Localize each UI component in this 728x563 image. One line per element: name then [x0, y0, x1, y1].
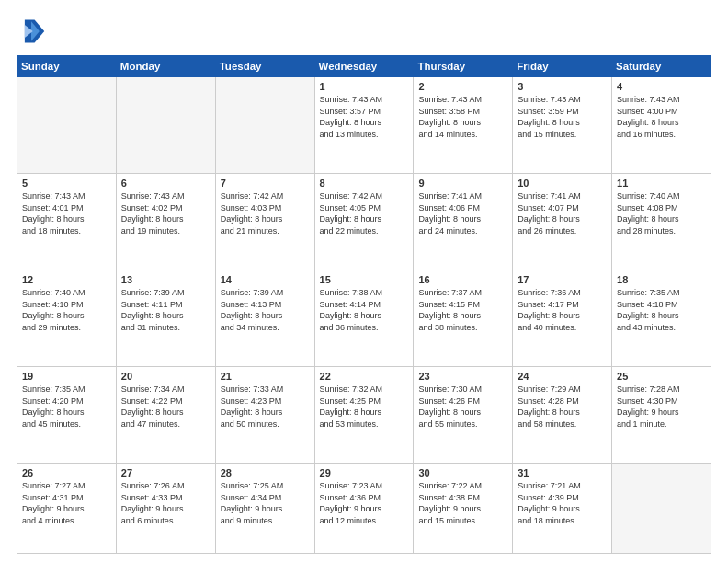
day-cell: 31Sunrise: 7:21 AM Sunset: 4:39 PM Dayli…	[513, 464, 612, 554]
day-info: Sunrise: 7:43 AM Sunset: 3:59 PM Dayligh…	[518, 94, 607, 140]
day-number: 7	[221, 178, 310, 189]
week-row-1: 1Sunrise: 7:43 AM Sunset: 3:57 PM Daylig…	[17, 77, 711, 174]
day-cell: 27Sunrise: 7:26 AM Sunset: 4:33 PM Dayli…	[116, 464, 215, 554]
day-number: 17	[518, 274, 607, 285]
day-info: Sunrise: 7:39 AM Sunset: 4:11 PM Dayligh…	[121, 287, 210, 333]
day-number: 21	[221, 371, 310, 382]
day-info: Sunrise: 7:38 AM Sunset: 4:14 PM Dayligh…	[320, 287, 409, 333]
day-cell: 28Sunrise: 7:25 AM Sunset: 4:34 PM Dayli…	[215, 464, 314, 554]
day-number: 29	[320, 467, 409, 478]
day-number: 30	[418, 467, 507, 478]
day-cell: 23Sunrise: 7:30 AM Sunset: 4:26 PM Dayli…	[414, 367, 513, 464]
weekday-header-monday: Monday	[116, 56, 215, 77]
day-cell: 14Sunrise: 7:39 AM Sunset: 4:13 PM Dayli…	[215, 270, 314, 367]
day-info: Sunrise: 7:42 AM Sunset: 4:03 PM Dayligh…	[221, 190, 310, 236]
day-number: 1	[320, 81, 409, 92]
day-number: 31	[518, 467, 607, 478]
day-info: Sunrise: 7:40 AM Sunset: 4:10 PM Dayligh…	[22, 287, 111, 333]
day-cell	[215, 77, 314, 174]
day-number: 28	[221, 467, 310, 478]
weekday-header-wednesday: Wednesday	[314, 56, 414, 77]
day-number: 18	[617, 274, 706, 285]
day-info: Sunrise: 7:30 AM Sunset: 4:26 PM Dayligh…	[418, 384, 507, 430]
day-info: Sunrise: 7:39 AM Sunset: 4:13 PM Dayligh…	[221, 287, 310, 333]
day-number: 22	[320, 371, 409, 382]
day-number: 4	[617, 81, 706, 92]
day-info: Sunrise: 7:26 AM Sunset: 4:33 PM Dayligh…	[121, 480, 210, 526]
day-cell: 10Sunrise: 7:41 AM Sunset: 4:07 PM Dayli…	[513, 174, 612, 270]
day-info: Sunrise: 7:32 AM Sunset: 4:25 PM Dayligh…	[320, 384, 409, 430]
day-cell: 8Sunrise: 7:42 AM Sunset: 4:05 PM Daylig…	[314, 174, 414, 270]
day-cell: 20Sunrise: 7:34 AM Sunset: 4:22 PM Dayli…	[116, 367, 215, 464]
day-info: Sunrise: 7:43 AM Sunset: 3:58 PM Dayligh…	[418, 94, 507, 140]
day-cell	[116, 77, 215, 174]
week-row-2: 5Sunrise: 7:43 AM Sunset: 4:01 PM Daylig…	[17, 174, 711, 270]
day-number: 24	[518, 371, 607, 382]
week-row-5: 26Sunrise: 7:27 AM Sunset: 4:31 PM Dayli…	[17, 464, 711, 554]
day-cell: 9Sunrise: 7:41 AM Sunset: 4:06 PM Daylig…	[414, 174, 513, 270]
day-info: Sunrise: 7:23 AM Sunset: 4:36 PM Dayligh…	[320, 480, 409, 526]
day-number: 9	[418, 178, 507, 189]
logo-icon	[17, 17, 46, 46]
day-info: Sunrise: 7:41 AM Sunset: 4:06 PM Dayligh…	[418, 190, 507, 236]
day-info: Sunrise: 7:29 AM Sunset: 4:28 PM Dayligh…	[518, 384, 607, 430]
day-number: 2	[418, 81, 507, 92]
header	[17, 17, 711, 46]
day-number: 26	[22, 467, 111, 478]
day-info: Sunrise: 7:22 AM Sunset: 4:38 PM Dayligh…	[418, 480, 507, 526]
day-info: Sunrise: 7:43 AM Sunset: 3:57 PM Dayligh…	[320, 94, 409, 140]
weekday-header-saturday: Saturday	[612, 56, 711, 77]
day-cell: 24Sunrise: 7:29 AM Sunset: 4:28 PM Dayli…	[513, 367, 612, 464]
day-cell: 5Sunrise: 7:43 AM Sunset: 4:01 PM Daylig…	[17, 174, 117, 270]
day-cell: 16Sunrise: 7:37 AM Sunset: 4:15 PM Dayli…	[414, 270, 513, 367]
weekday-header-sunday: Sunday	[17, 56, 117, 77]
calendar-table: SundayMondayTuesdayWednesdayThursdayFrid…	[17, 55, 711, 554]
day-info: Sunrise: 7:41 AM Sunset: 4:07 PM Dayligh…	[518, 190, 607, 236]
weekday-header-thursday: Thursday	[414, 56, 513, 77]
day-cell: 4Sunrise: 7:43 AM Sunset: 4:00 PM Daylig…	[612, 77, 711, 174]
day-cell: 2Sunrise: 7:43 AM Sunset: 3:58 PM Daylig…	[414, 77, 513, 174]
day-number: 23	[418, 371, 507, 382]
day-number: 6	[121, 178, 210, 189]
day-info: Sunrise: 7:25 AM Sunset: 4:34 PM Dayligh…	[221, 480, 310, 526]
day-number: 3	[518, 81, 607, 92]
day-cell: 18Sunrise: 7:35 AM Sunset: 4:18 PM Dayli…	[612, 270, 711, 367]
day-cell: 13Sunrise: 7:39 AM Sunset: 4:11 PM Dayli…	[116, 270, 215, 367]
day-info: Sunrise: 7:40 AM Sunset: 4:08 PM Dayligh…	[617, 190, 706, 236]
day-number: 14	[221, 274, 310, 285]
day-number: 15	[320, 274, 409, 285]
day-number: 16	[418, 274, 507, 285]
day-number: 27	[121, 467, 210, 478]
page: SundayMondayTuesdayWednesdayThursdayFrid…	[0, 0, 728, 563]
day-cell: 25Sunrise: 7:28 AM Sunset: 4:30 PM Dayli…	[612, 367, 711, 464]
day-info: Sunrise: 7:43 AM Sunset: 4:01 PM Dayligh…	[22, 190, 111, 236]
day-cell: 6Sunrise: 7:43 AM Sunset: 4:02 PM Daylig…	[116, 174, 215, 270]
day-cell: 17Sunrise: 7:36 AM Sunset: 4:17 PM Dayli…	[513, 270, 612, 367]
day-number: 20	[121, 371, 210, 382]
day-number: 5	[22, 178, 111, 189]
day-cell: 21Sunrise: 7:33 AM Sunset: 4:23 PM Dayli…	[215, 367, 314, 464]
weekday-header-row: SundayMondayTuesdayWednesdayThursdayFrid…	[17, 56, 711, 77]
week-row-3: 12Sunrise: 7:40 AM Sunset: 4:10 PM Dayli…	[17, 270, 711, 367]
day-info: Sunrise: 7:36 AM Sunset: 4:17 PM Dayligh…	[518, 287, 607, 333]
day-info: Sunrise: 7:43 AM Sunset: 4:00 PM Dayligh…	[617, 94, 706, 140]
day-cell: 12Sunrise: 7:40 AM Sunset: 4:10 PM Dayli…	[17, 270, 117, 367]
day-number: 10	[518, 178, 607, 189]
day-cell: 11Sunrise: 7:40 AM Sunset: 4:08 PM Dayli…	[612, 174, 711, 270]
day-cell: 1Sunrise: 7:43 AM Sunset: 3:57 PM Daylig…	[314, 77, 414, 174]
day-info: Sunrise: 7:34 AM Sunset: 4:22 PM Dayligh…	[121, 384, 210, 430]
week-row-4: 19Sunrise: 7:35 AM Sunset: 4:20 PM Dayli…	[17, 367, 711, 464]
day-info: Sunrise: 7:28 AM Sunset: 4:30 PM Dayligh…	[617, 384, 706, 430]
day-cell	[17, 77, 117, 174]
day-cell: 30Sunrise: 7:22 AM Sunset: 4:38 PM Dayli…	[414, 464, 513, 554]
day-cell	[612, 464, 711, 554]
day-number: 8	[320, 178, 409, 189]
day-cell: 29Sunrise: 7:23 AM Sunset: 4:36 PM Dayli…	[314, 464, 414, 554]
day-info: Sunrise: 7:35 AM Sunset: 4:20 PM Dayligh…	[22, 384, 111, 430]
weekday-header-friday: Friday	[513, 56, 612, 77]
day-number: 12	[22, 274, 111, 285]
day-number: 25	[617, 371, 706, 382]
logo	[17, 17, 50, 46]
day-cell: 15Sunrise: 7:38 AM Sunset: 4:14 PM Dayli…	[314, 270, 414, 367]
day-info: Sunrise: 7:27 AM Sunset: 4:31 PM Dayligh…	[22, 480, 111, 526]
